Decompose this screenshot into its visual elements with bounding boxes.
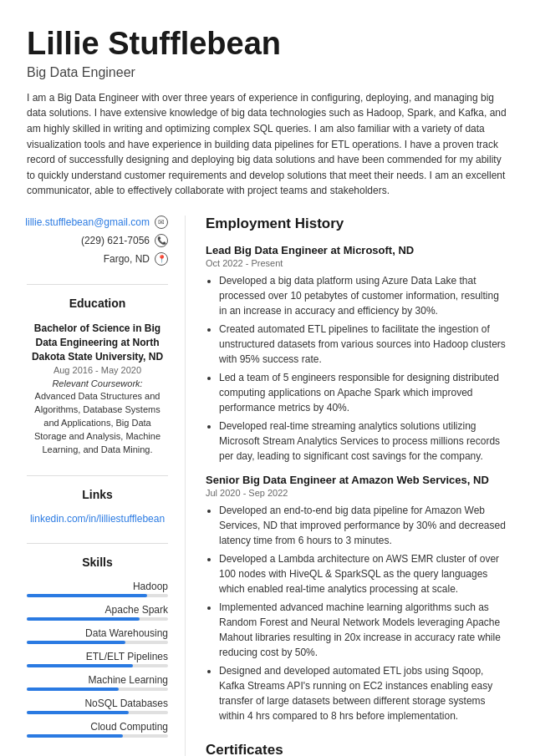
contact-section: lillie.stufflebean@gmail.com ✉ (229) 621… bbox=[27, 216, 168, 266]
skill-bar-fill bbox=[27, 664, 133, 667]
job-bullet: Developed a big data platform using Azur… bbox=[219, 273, 508, 318]
skill-bar-fill bbox=[27, 594, 147, 597]
skill-bar-fill bbox=[27, 711, 129, 714]
skill-item: Apache Spark bbox=[27, 604, 168, 621]
education-section: Education Bachelor of Science in Big Dat… bbox=[27, 297, 168, 457]
skill-item: NoSQL Databases bbox=[27, 698, 168, 714]
job-bullet: Developed a Lambda architecture on AWS E… bbox=[219, 551, 508, 596]
job-bullet: Developed an end-to-end big data pipelin… bbox=[219, 503, 508, 548]
links-section: Links linkedin.com/in/lilliestufflebean bbox=[27, 488, 168, 525]
skill-bar-bg bbox=[27, 594, 168, 597]
email-icon: ✉ bbox=[155, 216, 168, 229]
skill-item: Machine Learning bbox=[27, 674, 168, 691]
job-bullet: Led a team of 5 engineers responsible fo… bbox=[219, 370, 508, 415]
skill-name: Data Warehousing bbox=[27, 627, 168, 639]
location-row: Fargo, ND 📍 bbox=[27, 252, 168, 266]
job-block: Lead Big Data Engineer at Microsoft, ND … bbox=[206, 244, 508, 464]
skill-name: NoSQL Databases bbox=[27, 698, 168, 709]
job-bullet: Created automated ETL pipelines to facil… bbox=[219, 322, 508, 367]
job-bullet: Developed real-time streaming analytics … bbox=[219, 419, 508, 464]
skill-bar-fill bbox=[27, 641, 125, 644]
candidate-title: Big Data Engineer bbox=[27, 65, 508, 80]
location-text: Fargo, ND bbox=[104, 253, 150, 265]
phone-row: (229) 621-7056 📞 bbox=[27, 234, 168, 247]
two-col-layout: lillie.stufflebean@gmail.com ✉ (229) 621… bbox=[27, 216, 508, 756]
skill-name: Machine Learning bbox=[27, 674, 168, 686]
skill-bar-bg bbox=[27, 617, 168, 621]
skill-bar-fill bbox=[27, 688, 119, 691]
divider-3 bbox=[27, 543, 168, 544]
skill-bar-bg bbox=[27, 734, 168, 738]
edu-degree: Bachelor of Science in Big Data Engineer… bbox=[27, 322, 168, 363]
linkedin-link[interactable]: linkedin.com/in/lilliestufflebean bbox=[27, 513, 168, 525]
location-icon: 📍 bbox=[155, 252, 168, 266]
skills-section: Skills Hadoop Apache Spark Data Warehous… bbox=[27, 556, 168, 738]
education-title: Education bbox=[27, 297, 168, 313]
phone-icon: 📞 bbox=[155, 234, 168, 247]
skill-item: Cloud Computing bbox=[27, 721, 168, 738]
edu-dates: Aug 2016 - May 2020 bbox=[27, 365, 168, 375]
resume-container: Lillie Stufflebean Big Data Engineer I a… bbox=[0, 0, 535, 756]
email-text[interactable]: lillie.stufflebean@gmail.com bbox=[25, 216, 150, 228]
skill-name: Apache Spark bbox=[27, 604, 168, 616]
skill-bar-bg bbox=[27, 688, 168, 691]
skill-bar-bg bbox=[27, 641, 168, 644]
edu-coursework-label: Relevant Coursework: bbox=[27, 378, 168, 388]
job-bullet: Implemented advanced machine learning al… bbox=[219, 600, 508, 660]
job-title: Lead Big Data Engineer at Microsoft, ND bbox=[206, 244, 508, 256]
skill-bar-bg bbox=[27, 664, 168, 667]
jobs-list: Lead Big Data Engineer at Microsoft, ND … bbox=[206, 244, 508, 723]
skills-list: Hadoop Apache Spark Data Warehousing ETL… bbox=[27, 581, 168, 738]
skill-name: Cloud Computing bbox=[27, 721, 168, 733]
right-column: Employment History Lead Big Data Enginee… bbox=[206, 216, 508, 756]
header-section: Lillie Stufflebean Big Data Engineer I a… bbox=[27, 27, 508, 199]
certificates-title: Certificates bbox=[206, 742, 508, 756]
email-row: lillie.stufflebean@gmail.com ✉ bbox=[27, 216, 168, 229]
skill-item: Data Warehousing bbox=[27, 627, 168, 644]
candidate-name: Lillie Stufflebean bbox=[27, 27, 508, 62]
job-bullet: Designed and developed automated ETL job… bbox=[219, 663, 508, 723]
divider-2 bbox=[27, 475, 168, 476]
skill-bar-fill bbox=[27, 617, 140, 621]
education-block: Bachelor of Science in Big Data Engineer… bbox=[27, 322, 168, 457]
job-block: Senior Big Data Engineer at Amazon Web S… bbox=[206, 474, 508, 723]
skill-bar-bg bbox=[27, 711, 168, 714]
summary-text: I am a Big Data Engineer with over three… bbox=[27, 90, 508, 199]
employment-section: Employment History Lead Big Data Enginee… bbox=[206, 216, 508, 723]
skill-bar-fill bbox=[27, 734, 123, 738]
employment-title: Employment History bbox=[206, 216, 508, 236]
skill-name: ETL/ELT Pipelines bbox=[27, 651, 168, 662]
job-title: Senior Big Data Engineer at Amazon Web S… bbox=[206, 474, 508, 486]
edu-coursework: Advanced Data Structures and Algorithms,… bbox=[27, 390, 168, 457]
skill-name: Hadoop bbox=[27, 581, 168, 592]
left-column: lillie.stufflebean@gmail.com ✉ (229) 621… bbox=[27, 216, 186, 756]
skill-item: ETL/ELT Pipelines bbox=[27, 651, 168, 667]
certificates-section: Certificates Cloudera Certified Professi… bbox=[206, 742, 508, 756]
skills-title: Skills bbox=[27, 556, 168, 572]
job-dates: Oct 2022 - Present bbox=[206, 258, 508, 268]
divider-1 bbox=[27, 284, 168, 285]
skill-item: Hadoop bbox=[27, 581, 168, 597]
phone-text: (229) 621-7056 bbox=[81, 235, 150, 246]
links-title: Links bbox=[27, 488, 168, 505]
job-dates: Jul 2020 - Sep 2022 bbox=[206, 488, 508, 498]
job-bullets: Developed an end-to-end big data pipelin… bbox=[206, 503, 508, 723]
job-bullets: Developed a big data platform using Azur… bbox=[206, 273, 508, 464]
